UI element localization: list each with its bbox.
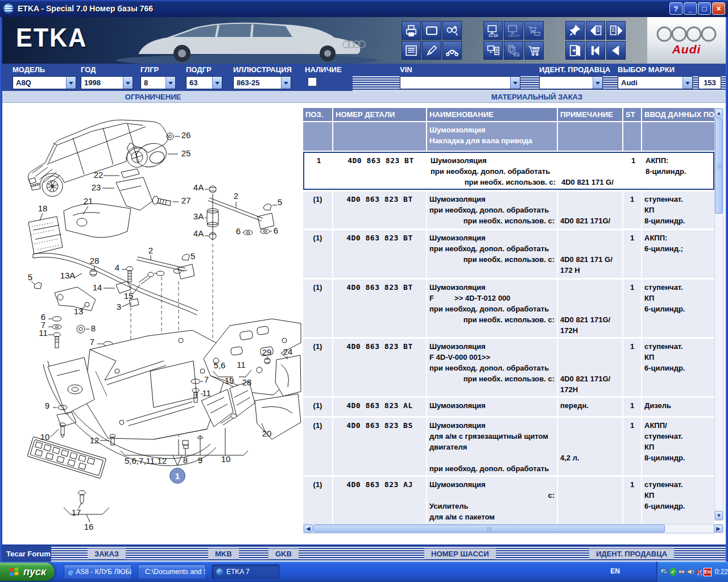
gkb-button[interactable]: GKB [268, 548, 299, 559]
diagram-callout: 6 [236, 226, 241, 236]
tray-language-badge[interactable]: En [704, 568, 712, 576]
vin-dropdown-arrow[interactable] [510, 77, 520, 89]
network-monitor-icon[interactable] [660, 568, 668, 576]
sub-group-select[interactable]: 63 [186, 76, 222, 89]
scroll-up-arrow[interactable]: ▲ [715, 109, 723, 118]
depot-icon[interactable]: DEPOT [504, 21, 523, 40]
scroll-right-arrow[interactable]: ▶ [714, 525, 723, 533]
kaspersky-icon[interactable]: K [696, 568, 702, 576]
main-group-select[interactable]: 8 [140, 76, 176, 89]
vertical-scroll-thumb[interactable] [715, 118, 723, 214]
parts-table-header: ПОЗ. НОМЕР ДЕТАЛИ НАИМЕНОВАНИЕ ПРИМЕЧАНИ… [303, 108, 714, 121]
back-icon[interactable] [606, 41, 626, 60]
brand-dropdown-arrow[interactable] [682, 77, 692, 89]
edit-pencil-icon[interactable] [422, 41, 441, 60]
exit-door-icon[interactable] [565, 41, 585, 60]
close-button[interactable]: × [712, 2, 725, 15]
start-button[interactable]: пуск [0, 563, 55, 581]
part-row[interactable]: 14D0 863 823 BTШумоизоляцияпри необход. … [303, 152, 714, 190]
diagram-callout: 26 [181, 130, 191, 140]
minimize-button[interactable]: _ [684, 2, 697, 15]
suspension-icon[interactable] [442, 41, 462, 60]
system-tray: ✓ K En 0:22 [656, 562, 728, 582]
part-row[interactable]: (1)4D0 863 823 BTШумоизоляцияпри необход… [303, 192, 714, 228]
year-dropdown-arrow[interactable] [123, 77, 133, 89]
cell-extra: АКПП:6-цилинд.; [642, 230, 714, 278]
group-header-row: ШумоизоляцияНакладка для вала привода [303, 122, 714, 151]
brand-select[interactable]: Audi [618, 76, 693, 89]
dealer-id-select[interactable] [539, 76, 603, 89]
diagram-callout: 17 [72, 508, 81, 517]
taskbar-item-etka[interactable]: ETKA 7 [212, 564, 280, 579]
availability-checkbox[interactable] [308, 77, 317, 86]
cell-part: 4D0 863 823 BT [334, 153, 428, 189]
dealer-id-button[interactable]: ИДЕНТ. ПРОДАВЦА [589, 548, 674, 559]
part-row[interactable]: (1)4D0 863 823 BSШумоизоляциядля а/м с г… [303, 418, 714, 475]
restriction-label: ОГРАНИЧЕНИЕ [2, 93, 304, 101]
taskbar-item-browser[interactable]: e AS8 - КЛУБ ЛЮБИТЕ... [64, 564, 132, 579]
horizontal-scroll-thumb[interactable] [313, 525, 665, 533]
cart-icon[interactable] [524, 41, 544, 60]
volume-icon[interactable] [687, 568, 694, 576]
antivirus-ok-icon[interactable]: ✓ [670, 568, 676, 576]
diagram-callout: 4A [193, 228, 204, 238]
window-title: ETKA - Special 7.0 Номер базы 766 [18, 4, 153, 13]
vertical-scrollbar[interactable]: ▲ ▼ [714, 108, 723, 521]
cell-name: Шумоизоляциядля а/м с грязезащитный щито… [427, 418, 558, 475]
sub-group-dropdown-arrow[interactable] [212, 77, 222, 89]
tecar-forum-button[interactable]: Tecar Forum [2, 546, 51, 562]
year-select[interactable]: 1998 [81, 76, 133, 89]
toolbar-group-output [402, 21, 462, 60]
horizontal-scrollbar[interactable]: ◀ ▶ [303, 524, 723, 533]
scroll-down-arrow[interactable]: ▼ [715, 511, 723, 520]
dealer-id-dropdown-arrow[interactable] [593, 77, 602, 89]
cell-st: 1 [623, 398, 642, 416]
vin-label: VIN [400, 65, 412, 74]
part-row[interactable]: (1)4D0 863 823 BTШумоизоляцияпри необход… [303, 230, 714, 278]
first-page-icon[interactable] [586, 41, 605, 60]
diagram-callout: 23 [92, 182, 101, 192]
documents-car-icon[interactable] [504, 41, 523, 60]
part-row[interactable]: (1)4D0 863 823 ALШумоизоляцияпередн.1Диз… [303, 398, 714, 416]
monitor-document-icon[interactable] [483, 41, 503, 60]
year-label: ГОД [81, 65, 96, 74]
help-button[interactable]: ? [669, 2, 682, 15]
illustration-select[interactable]: 863-25 [233, 76, 291, 89]
mkb-button[interactable]: MKB [208, 548, 239, 559]
preview-frame-icon[interactable] [422, 21, 441, 40]
language-indicator[interactable]: EN [610, 567, 620, 575]
elsa-icon[interactable]: ELSA [483, 21, 503, 40]
vin-select[interactable] [400, 76, 520, 89]
model-select[interactable]: A8Q [13, 76, 76, 89]
search-tray-icon[interactable] [678, 568, 685, 576]
diagram-callout: 3A [193, 211, 204, 221]
carts-icon[interactable] [524, 21, 544, 40]
start-label: пуск [23, 566, 46, 578]
part-row[interactable]: (1)4D0 863 823 BTШумоизоляцияF 4D-V-000 … [303, 339, 714, 396]
model-dropdown-arrow[interactable] [66, 77, 76, 89]
list-icon[interactable] [402, 41, 421, 60]
illustration-dropdown-arrow[interactable] [281, 77, 291, 89]
maximize-button[interactable]: □ [698, 2, 711, 15]
main-group-dropdown-arrow[interactable] [166, 77, 175, 89]
order-button[interactable]: ЗАКАЗ [88, 548, 126, 559]
search-paint-icon[interactable] [442, 21, 462, 40]
chassis-number-button[interactable]: НОМЕР ШАССИ [424, 548, 496, 559]
cell-part: 4D0 863 823 BS [333, 418, 427, 475]
print-icon[interactable] [402, 21, 421, 40]
diagram-callout: 10 [221, 454, 231, 464]
toolbar-group-navigation [565, 21, 626, 60]
diagram-callout: 5 [278, 197, 282, 207]
page-back-icon[interactable] [586, 21, 605, 40]
cell-part: 4D0 863 823 BT [333, 192, 427, 228]
parts-table: ПОЗ. НОМЕР ДЕТАЛИ НАИМЕНОВАНИЕ ПРИМЕЧАНИ… [303, 108, 714, 536]
etka-app-icon [3, 3, 14, 14]
part-row[interactable]: (1)4D0 863 823 BTШумоизоляцияF >> 4D-T-0… [303, 280, 714, 337]
cell-part: 4D0 863 823 BT [333, 339, 427, 396]
page-forward-icon[interactable] [606, 21, 626, 40]
diagram-callout: 29 [262, 347, 272, 357]
pin-icon[interactable] [565, 21, 585, 40]
scroll-left-arrow[interactable]: ◀ [304, 525, 313, 533]
taskbar-item-explorer[interactable]: C:\Documents and Se... [138, 564, 206, 579]
cell-part: 4D0 863 823 BT [333, 280, 427, 337]
